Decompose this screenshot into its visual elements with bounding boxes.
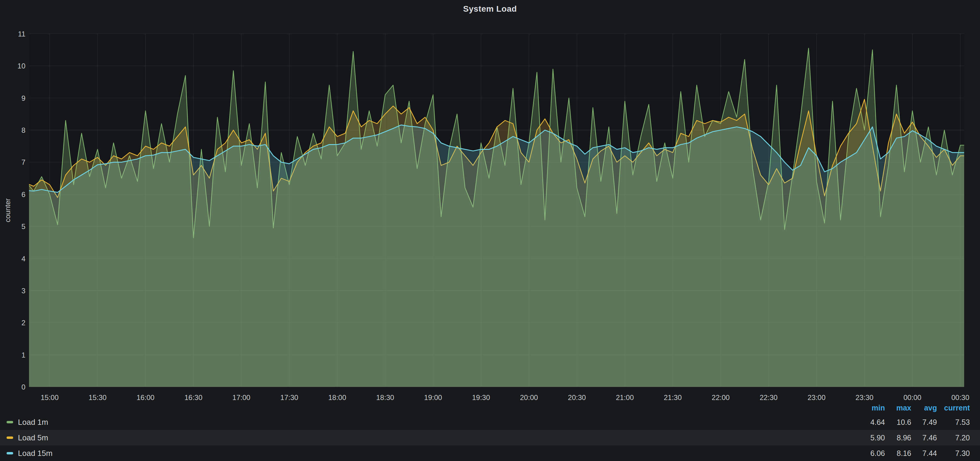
x-axis-tick-label: 22:30 <box>760 393 778 401</box>
legend-header-row: minmaxavgcurrent <box>0 401 980 414</box>
x-axis-tick-label: 18:30 <box>376 393 394 401</box>
x-axis-tick-label: 19:00 <box>424 393 442 401</box>
stat-value-min: 6.06 <box>849 449 885 458</box>
legend-rows: Load 1m4.6410.67.497.53Load 5m5.908.967.… <box>0 414 980 461</box>
x-axis-tick-label: 23:00 <box>808 393 826 401</box>
stat-value-min: 4.64 <box>849 418 885 427</box>
y-axis-tick-label: 5 <box>22 223 25 230</box>
y-axis-label: counter <box>3 198 12 222</box>
legend-stats: 4.6410.67.497.53 <box>849 418 970 427</box>
x-axis-tick-label: 17:30 <box>280 393 298 401</box>
stat-value-min: 5.90 <box>849 434 885 442</box>
x-axis-tick-label: 15:30 <box>89 393 107 401</box>
x-axis-tick-label: 16:30 <box>185 393 202 401</box>
stat-value-current: 7.53 <box>937 418 970 427</box>
y-axis-tick-label: 4 <box>22 255 25 263</box>
x-axis-tick-label: 20:30 <box>568 393 586 401</box>
legend-row-load-15m[interactable]: Load 15m6.068.167.447.30 <box>0 445 980 461</box>
x-axis-tick-label: 20:00 <box>520 393 538 401</box>
legend-row-load-5m[interactable]: Load 5m5.908.967.467.20 <box>0 430 980 445</box>
legend: minmaxavgcurrent Load 1m4.6410.67.497.53… <box>0 401 980 461</box>
x-axis-tick-label: 15:00 <box>41 393 59 401</box>
y-axis-tick-label: 1 <box>22 351 25 359</box>
time-series-chart[interactable]: 0123456789101115:0015:3016:0016:3017:001… <box>0 0 980 401</box>
stat-header-max[interactable]: max <box>885 404 911 412</box>
x-axis-tick-label: 16:00 <box>137 393 154 401</box>
y-axis-tick-label: 11 <box>18 30 25 38</box>
legend-stats: 5.908.967.467.20 <box>849 434 970 442</box>
y-axis-tick-label: 10 <box>18 62 25 70</box>
legend-row-load-1m[interactable]: Load 1m4.6410.67.497.53 <box>0 414 980 430</box>
legend-stat-headers: minmaxavgcurrent <box>849 404 970 412</box>
legend-swatch[interactable] <box>6 452 13 455</box>
stat-header-min[interactable]: min <box>849 404 885 412</box>
x-axis-tick-label: 21:30 <box>664 393 682 401</box>
legend-label[interactable]: Load 15m <box>18 449 52 458</box>
y-axis-tick-label: 0 <box>22 383 25 391</box>
stat-value-current: 7.20 <box>937 434 970 442</box>
stat-header-avg[interactable]: avg <box>911 404 937 412</box>
x-axis-tick-label: 19:30 <box>472 393 490 401</box>
x-axis-tick-label: 00:30 <box>951 393 969 401</box>
stat-value-avg: 7.46 <box>911 434 937 442</box>
x-axis-tick-label: 17:00 <box>232 393 250 401</box>
stat-value-max: 10.6 <box>885 418 911 427</box>
stat-value-max: 8.16 <box>885 449 911 458</box>
x-axis-tick-label: 21:00 <box>616 393 634 401</box>
legend-swatch[interactable] <box>6 437 13 439</box>
y-axis-tick-label: 6 <box>22 191 25 199</box>
stat-value-max: 8.96 <box>885 434 911 442</box>
stat-value-current: 7.30 <box>937 449 970 458</box>
legend-label[interactable]: Load 1m <box>18 418 48 427</box>
y-axis-tick-label: 3 <box>22 287 25 295</box>
y-axis-tick-label: 2 <box>22 319 25 327</box>
stat-value-avg: 7.49 <box>911 418 937 427</box>
legend-stats: 6.068.167.447.30 <box>849 449 970 458</box>
graph-panel: System Load 0123456789101115:0015:3016:0… <box>0 0 980 461</box>
stat-header-current[interactable]: current <box>937 404 970 412</box>
y-axis-tick-label: 9 <box>22 94 25 102</box>
y-axis-tick-label: 7 <box>22 158 25 166</box>
x-axis-tick-label: 23:30 <box>856 393 873 401</box>
x-axis-tick-label: 00:00 <box>904 393 921 401</box>
y-axis-tick-label: 8 <box>22 126 25 134</box>
x-axis-tick-label: 18:00 <box>328 393 346 401</box>
stat-value-avg: 7.44 <box>911 449 937 458</box>
legend-swatch[interactable] <box>6 421 13 423</box>
legend-label[interactable]: Load 5m <box>18 433 48 442</box>
x-axis-tick-label: 22:00 <box>712 393 730 401</box>
